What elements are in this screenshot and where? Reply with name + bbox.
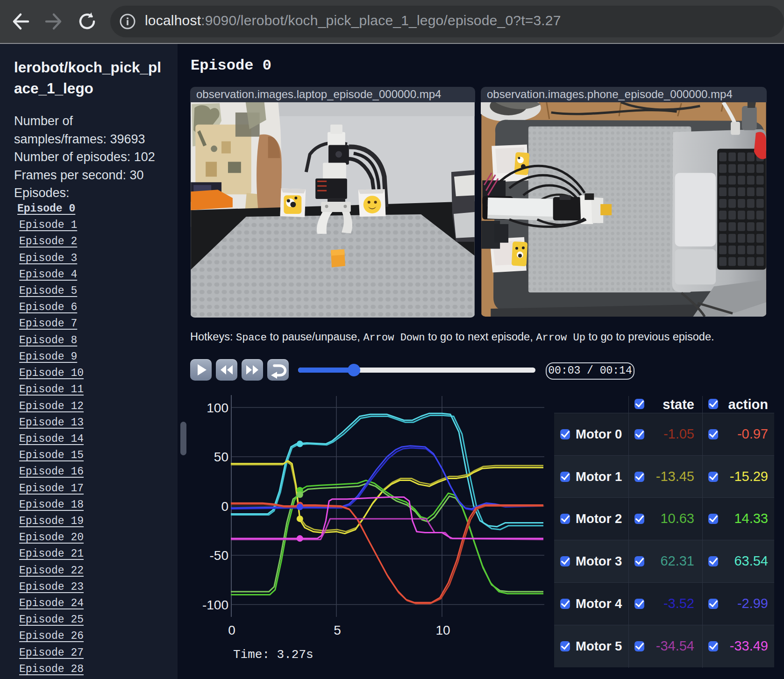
svg-text:100: 100	[207, 401, 228, 415]
svg-text:0: 0	[221, 499, 228, 514]
svg-text:50: 50	[214, 450, 228, 464]
svg-text:0: 0	[228, 623, 235, 637]
svg-text:-50: -50	[210, 548, 228, 563]
svg-text:5: 5	[334, 623, 341, 637]
svg-text:10: 10	[435, 623, 450, 637]
svg-text:-100: -100	[202, 598, 228, 612]
